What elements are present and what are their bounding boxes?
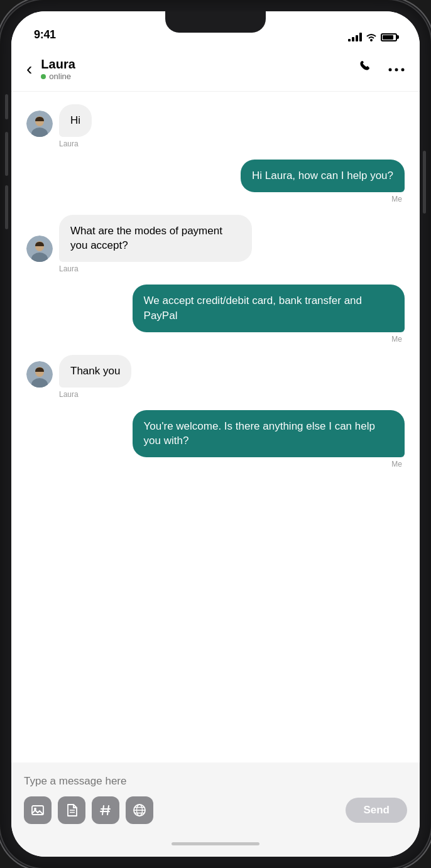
- sender-label: Me: [391, 335, 402, 344]
- header-info: Laura online: [41, 57, 359, 81]
- globe-button[interactable]: [126, 796, 153, 824]
- message-row: Hi Laura, how can I help you? Me: [26, 160, 405, 203]
- phone-icon: [359, 60, 376, 76]
- input-area: Send: [11, 762, 420, 830]
- message-bubble: Hi Laura, how can I help you?: [241, 160, 405, 192]
- laura-avatar: [26, 236, 53, 262]
- wifi-icon: [366, 33, 377, 41]
- message-row: Hi Laura: [26, 104, 405, 148]
- avatar: [26, 361, 53, 388]
- sender-label: Me: [391, 195, 402, 203]
- svg-point-0: [370, 39, 373, 41]
- contact-name: Laura: [41, 57, 359, 72]
- signal-icon: [348, 33, 362, 41]
- volume-down-button: [5, 185, 8, 229]
- back-button[interactable]: ‹: [26, 59, 32, 79]
- svg-line-18: [107, 806, 109, 815]
- send-button[interactable]: Send: [346, 798, 407, 823]
- contact-status: online: [41, 72, 359, 81]
- home-bar: [172, 842, 259, 845]
- svg-point-1: [389, 68, 392, 71]
- sender-label: Laura: [59, 390, 79, 399]
- chat-area: Hi Laura Hi Laura, how can I help you? M…: [11, 92, 420, 762]
- sender-label: Laura: [59, 264, 79, 273]
- message-row: What are the modes of payment you accept…: [26, 215, 405, 274]
- message-row: You're welcome. Is there anything else I…: [26, 410, 405, 469]
- message-row: We accept credit/debit card, bank transf…: [26, 285, 405, 344]
- phone-frame: 9:41 ‹: [0, 0, 431, 868]
- message-input[interactable]: [24, 771, 407, 794]
- more-options-button[interactable]: [388, 63, 405, 75]
- status-text: online: [49, 72, 71, 81]
- message-bubble: We accept credit/debit card, bank transf…: [133, 285, 405, 332]
- header-actions: [359, 60, 405, 79]
- avatar: [26, 236, 53, 262]
- hashtag-button[interactable]: [92, 796, 119, 824]
- message-with-avatar: Hi: [26, 104, 92, 137]
- battery-icon: [381, 33, 397, 41]
- message-row: Thank you Laura: [26, 355, 405, 399]
- volume-up-button: [5, 132, 8, 176]
- message-with-avatar: What are the modes of payment you accept…: [26, 215, 294, 263]
- power-button: [423, 151, 426, 214]
- message-bubble: Hi: [59, 104, 92, 137]
- online-indicator: [41, 74, 46, 79]
- avatar: [26, 111, 53, 137]
- status-icons: [348, 33, 397, 41]
- document-button[interactable]: [58, 796, 85, 824]
- message-bubble: Thank you: [59, 355, 131, 388]
- call-button[interactable]: [359, 60, 376, 79]
- status-time: 9:41: [34, 28, 56, 41]
- phone-screen: 9:41 ‹: [11, 11, 420, 857]
- svg-point-2: [395, 68, 398, 71]
- svg-point-3: [401, 68, 405, 71]
- mute-button: [5, 94, 8, 119]
- image-icon: [31, 803, 45, 817]
- document-icon: [65, 803, 79, 817]
- message-bubble: What are the modes of payment you accept…: [59, 215, 252, 263]
- chat-header: ‹ Laura online: [11, 46, 420, 92]
- more-icon: [388, 67, 405, 72]
- svg-line-17: [102, 806, 104, 815]
- laura-avatar: [26, 111, 53, 137]
- hashtag-icon: [99, 803, 112, 817]
- home-indicator: [11, 830, 420, 857]
- input-toolbar: Send: [24, 794, 407, 824]
- laura-avatar: [26, 361, 53, 388]
- notch: [165, 11, 266, 33]
- sender-label: Me: [391, 460, 402, 469]
- message-with-avatar: Thank you: [26, 355, 131, 388]
- sender-label: Laura: [59, 139, 79, 148]
- image-button[interactable]: [24, 796, 52, 824]
- message-bubble: You're welcome. Is there anything else I…: [133, 410, 405, 458]
- globe-icon: [133, 803, 146, 817]
